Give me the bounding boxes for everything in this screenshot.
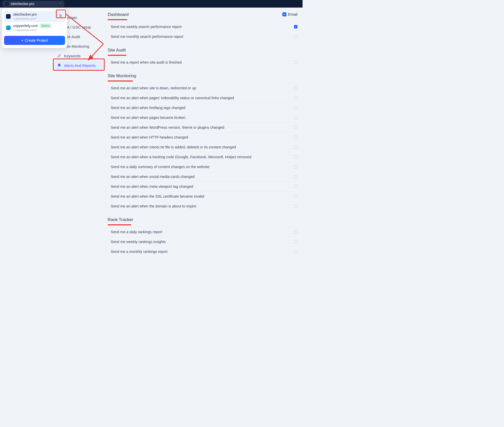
email-checkbox[interactable] <box>294 116 298 119</box>
alert-label: Send me weekly rankings insights <box>111 240 166 244</box>
section-title: Site Monitoring <box>108 73 136 78</box>
alert-row: Send me an alert when WordPress version,… <box>108 123 299 132</box>
alert-row: Send me an alert when hreflang tags chan… <box>108 103 299 113</box>
alert-label: Send me monthly search performance repor… <box>111 35 183 39</box>
email-checkbox[interactable] <box>294 240 298 244</box>
project-item[interactable]: copywritely.com Demo *.copywritely.com/* <box>4 22 65 33</box>
email-checkbox[interactable] <box>294 175 298 178</box>
email-checkbox[interactable] <box>294 155 298 159</box>
projects-dropdown: sitechecker.pro *.sitechecker.pro/* copy… <box>2 8 67 48</box>
section-title: Dashboard <box>108 12 129 17</box>
section-title: Rank Tracker <box>108 217 133 222</box>
email-checkbox[interactable] <box>294 230 298 234</box>
bell-icon <box>57 63 62 68</box>
alert-row: Send me weekly search performance report <box>108 22 299 32</box>
alert-label: Send me an alert when pages became broke… <box>111 116 186 120</box>
alert-label: Send me a monthly rankings report <box>111 250 168 254</box>
alert-row: Send me an alert when the domain is abou… <box>108 201 299 211</box>
alert-row: Send me a report when site audit is fini… <box>108 57 299 67</box>
alert-row: Send me an alert when social media cards… <box>108 172 299 182</box>
alert-label: Send me an alert when the domain is abou… <box>111 204 196 208</box>
alert-row: Send me an alert when meta viewport tag … <box>108 182 299 192</box>
email-checkbox[interactable] <box>294 165 298 169</box>
alert-label: Send me an alert when pages' indexabilit… <box>111 96 234 100</box>
alert-row: Send me an alert when site is down, redi… <box>108 83 299 93</box>
section-underline <box>108 55 126 56</box>
site-selector-label: sitechecker.pro <box>11 2 34 6</box>
email-checkbox[interactable] <box>294 250 298 253</box>
topbar: sitechecker.pro <box>0 0 303 8</box>
alert-label: Send me a report when site audit is fini… <box>111 60 182 64</box>
alert-label: Send me an alert when HTTP headers chang… <box>111 135 188 139</box>
alerts-settings-panel: Email DashboardSend me weekly search per… <box>108 10 299 256</box>
project-item[interactable]: sitechecker.pro *.sitechecker.pro/* <box>4 11 65 22</box>
nav-label: GA / GSC setup <box>64 25 91 29</box>
plus-icon: + <box>21 38 23 42</box>
email-checkbox[interactable] <box>294 86 298 90</box>
nav-keywords[interactable]: Keywords <box>53 51 104 61</box>
key-icon <box>57 54 62 58</box>
alert-label: Send me an alert when hreflang tags chan… <box>111 106 186 110</box>
project-icon <box>6 25 11 30</box>
email-checkbox[interactable] <box>294 25 298 29</box>
email-checkbox[interactable] <box>294 126 298 129</box>
site-selector[interactable]: sitechecker.pro <box>3 1 64 7</box>
alert-row: Send me an alert when a tracking code (G… <box>108 152 299 162</box>
indeterminate-checkbox-icon <box>282 12 286 16</box>
section-underline <box>108 19 127 20</box>
project-name: sitechecker.pro <box>13 12 37 17</box>
chevron-down-icon <box>59 2 62 6</box>
project-pattern: *.copywritely.com/* <box>13 28 52 32</box>
project-icon <box>6 14 11 19</box>
alert-label: Send me an alert when meta viewport tag … <box>111 184 193 189</box>
alert-row: Send me an alert when robots.txt file is… <box>108 142 299 152</box>
alert-row: Send me an alert when pages' indexabilit… <box>108 93 299 103</box>
alert-label: Send me an alert when a tracking code (G… <box>111 155 251 159</box>
create-project-button[interactable]: + Create Project <box>4 36 65 45</box>
alert-label: Send me an alert when WordPress version,… <box>111 125 224 129</box>
alert-row: Send me a monthly rankings report <box>108 247 299 256</box>
alert-label: Send me a daily summary of content chang… <box>111 165 210 169</box>
alert-row: Send me an alert when pages became broke… <box>108 113 299 123</box>
project-name: copywritely.com <box>13 24 38 28</box>
email-checkbox[interactable] <box>294 136 298 139</box>
email-header-label: Email <box>288 12 298 16</box>
alert-label: Send me weekly search performance report <box>111 25 182 29</box>
alert-label: Send me an alert when the SSL certificat… <box>111 194 204 198</box>
email-checkbox[interactable] <box>294 106 298 110</box>
email-checkbox[interactable] <box>294 145 298 149</box>
site-logo-icon <box>5 2 9 6</box>
email-checkbox[interactable] <box>294 96 298 100</box>
create-project-label: Create Project <box>25 38 48 42</box>
alert-label: Send me an alert when social media cards… <box>111 175 195 179</box>
demo-badge: Demo <box>40 23 52 28</box>
alert-row: Send me monthly search performance repor… <box>108 32 299 42</box>
alert-row: Send me a daily rankings report <box>108 227 299 237</box>
alert-label: Send me an alert when robots.txt file is… <box>111 145 236 149</box>
nav-label: Site Monitoring <box>64 44 89 48</box>
alert-row: Send me a daily summary of content chang… <box>108 162 299 172</box>
nav-label: Keywords <box>64 54 81 58</box>
alert-row: Send me weekly rankings insights <box>108 237 299 247</box>
alert-row: Send me an alert when HTTP headers chang… <box>108 132 299 142</box>
nav-label: Alerts And Reports <box>64 63 96 68</box>
email-checkbox[interactable] <box>294 195 298 198</box>
nav-alerts-reports[interactable]: Alerts And Reports <box>53 61 104 70</box>
project-pattern: *.sitechecker.pro/* <box>13 17 37 20</box>
email-checkbox[interactable] <box>294 185 298 188</box>
section-underline <box>108 81 133 82</box>
gear-icon[interactable] <box>57 13 63 18</box>
alert-row: Send me an alert when the SSL certificat… <box>108 192 299 201</box>
email-checkbox[interactable] <box>294 61 298 64</box>
email-column-header[interactable]: Email <box>282 12 298 16</box>
alert-label: Send me an alert when site is down, redi… <box>111 86 196 90</box>
alert-label: Send me a daily rankings report <box>111 230 162 234</box>
email-checkbox[interactable] <box>294 204 298 208</box>
section-title: Site Audit <box>108 48 126 53</box>
email-checkbox[interactable] <box>294 35 298 38</box>
section-underline <box>108 224 131 225</box>
